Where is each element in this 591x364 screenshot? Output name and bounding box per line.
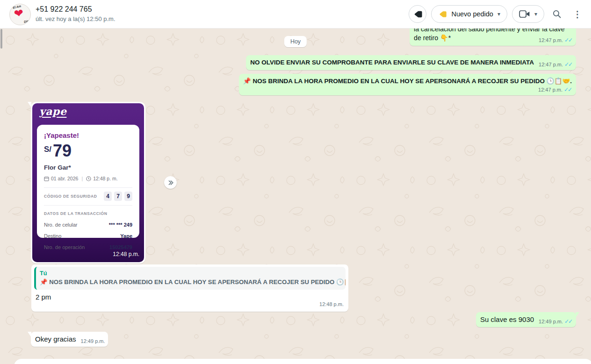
chat-area: Hoy la cancelación del saldo pendiente y… [0,28,591,364]
receipt-datetime: 01 abr. 2026 | 12:48 p. m. [44,174,132,183]
scrollbar[interactable] [0,29,2,49]
message-time: 12:47 p.m. [539,37,563,43]
message-meta: 12:49 p.m. [81,338,105,344]
contact-avatar[interactable]: El Am ❤ Dio [9,4,31,25]
message-text: Su clave es 9030 [480,315,534,323]
forward-button[interactable] [164,176,177,189]
message-text: 2 pm [34,290,346,301]
transaction-row: DestinoYape [44,232,132,241]
message-outgoing[interactable]: NO OLVIDE ENVIAR SU COMPROBANTE PARA ENV… [246,55,576,70]
message-time: 12:49 p.m. [81,338,105,344]
message-input[interactable] [14,359,591,364]
quote-author: Tú [40,269,341,278]
message-meta: 12:49 p.m.✓✓ [539,318,573,325]
read-receipt-icon: ✓✓ [564,318,573,325]
clock-icon [86,176,91,181]
security-code-label: CÓDIGO DE SEGURIDAD [44,192,97,201]
date-chip: Hoy [284,36,307,47]
chat-header: El Am ❤ Dio +51 922 244 765 últ. vez hoy… [0,0,591,29]
whatsapp-window: El Am ❤ Dio +51 922 244 765 últ. vez hoy… [0,0,591,364]
video-call-button[interactable]: ▾ [512,5,544,23]
receipt-time: 12:48 p. m. [93,174,118,183]
message-meta: 12:47 p.m.✓✓ [539,37,573,43]
kebab-menu-icon: ⋮ [573,9,582,20]
read-receipt-icon: ✓✓ [564,86,573,93]
read-receipt-icon: ✓✓ [564,61,573,68]
message-text: NO OLVIDE ENVIAR SU COMPROBANTE PARA ENV… [250,59,534,66]
separator: | [81,174,83,183]
new-order-button[interactable]: Nuevo pedido ▾ [431,5,507,23]
heart-icon: ❤ [13,7,24,21]
menu-button[interactable]: ⋮ [569,5,585,23]
transaction-label: DATOS DE LA TRANSACCIÓN [44,209,132,218]
chevron-down-icon: ▾ [497,11,500,17]
message-text: 📌 NOS BRINDA LA HORA PROMEDIO EN LA CUAL… [243,78,572,85]
label-button[interactable] [409,5,426,23]
code-digit: 4 [104,192,112,201]
image-message-receipt[interactable]: yape ¡Yapeaste! S/79 Flor Gar* 01 abr. 2… [31,102,145,264]
yape-receipt: yape ¡Yapeaste! S/79 Flor Gar* 01 abr. 2… [32,103,144,262]
message-text: Okey gracias [35,335,76,343]
receipt-amount: S/79 [44,143,132,159]
message-time: 12:48 p.m. [319,300,344,309]
label-icon-yellow [438,10,447,19]
avatar-text: Dio [23,19,29,23]
video-call-icon [519,10,530,18]
message-time: 12:49 p.m. [539,319,563,324]
receipt-title: ¡Yapeaste! [44,131,132,140]
label-icon [413,9,423,19]
message-outgoing[interactable]: 📌 NOS BRINDA LA HORA PROMEDIO EN LA CUAL… [239,74,576,95]
message-incoming[interactable]: Okey gracias 12:49 p.m. [31,332,108,347]
chevron-down-icon: ▾ [534,11,537,17]
contact-info[interactable]: +51 922 244 765 últ. vez hoy a la(s) 12:… [36,4,115,23]
receipt-card: ¡Yapeaste! S/79 Flor Gar* 01 abr. 2026 |… [37,125,139,238]
security-code-row: CÓDIGO DE SEGURIDAD 4 7 9 [44,192,132,201]
search-button[interactable] [549,5,565,23]
message-outgoing[interactable]: Su clave es 9030 12:49 p.m.✓✓ [476,312,576,327]
message-outgoing[interactable]: la cancelación del saldo pendiente y env… [410,28,576,46]
message-time: 12:47 p.m. [538,87,562,93]
message-time: 12:48 p.m. [113,250,139,259]
yape-logo: yape [32,103,66,116]
forward-icon [167,179,174,186]
code-digit: 7 [114,192,122,201]
code-digit: 9 [124,192,132,201]
message-meta: 12:47 p.m.✓✓ [243,86,573,93]
message-incoming[interactable]: Tú 📌 NOS BRINDA LA HORA PROMEDIO EN LA C… [31,264,348,312]
message-time: 12:47 p.m. [539,62,563,67]
calendar-icon [44,176,49,181]
contact-name: +51 922 244 765 [36,4,115,14]
transaction-row: Nro. de celular*** *** 249 [44,221,132,229]
search-icon [552,9,562,19]
amount-value: 79 [53,141,72,160]
quoted-message[interactable]: Tú 📌 NOS BRINDA LA HORA PROMEDIO EN LA C… [34,267,346,290]
header-actions: Nuevo pedido ▾ ▾ ⋮ [409,5,585,23]
security-code-digits: 4 7 9 [104,192,132,201]
receipt-date: 01 abr. 2026 [51,174,78,183]
currency: S/ [44,145,51,154]
new-order-label: Nuevo pedido [451,10,493,18]
message-meta: 12:47 p.m.✓✓ [539,61,573,68]
quote-text: 📌 NOS BRINDA LA HORA PROMEDIO EN LA CUAL… [40,278,341,286]
recipient-name: Flor Gar* [44,163,132,172]
last-seen-status: últ. vez hoy a la(s) 12:50 p.m. [36,14,115,23]
read-receipt-icon: ✓✓ [564,37,573,43]
